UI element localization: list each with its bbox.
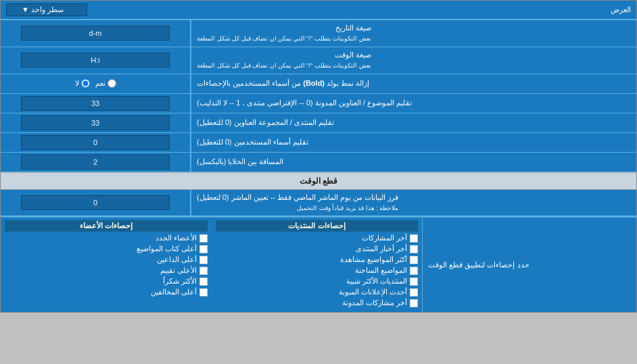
date-format-input[interactable] — [21, 26, 170, 41]
forum-count-input[interactable] — [21, 115, 170, 130]
stats-item: أخر مشاركات المدونة — [216, 298, 419, 307]
checkbox-rated[interactable] — [199, 267, 208, 275]
forum-count-label: تقليم المنتدى / المجموعة العناوين (0 للت… — [190, 113, 636, 132]
user-count-label: تقليم أسماء المستخدمين (0 للتعطيل) — [190, 133, 636, 152]
date-format-input-cell — [1, 20, 190, 47]
header-row: العرض سطر واحد ▼ — [1, 1, 636, 20]
checkbox-inviters[interactable] — [199, 256, 208, 264]
cutoff-value-input-cell — [1, 190, 190, 216]
cell-spacing-label: المسافة بين الخلايا (بالبكسل) — [190, 153, 636, 172]
cutoff-section-header: قطع الوقت — [1, 172, 636, 190]
cutoff-value-input[interactable] — [21, 195, 170, 210]
stats-item: أخر المشاركات — [216, 234, 419, 242]
checkbox-thankful[interactable] — [199, 278, 208, 286]
checkbox-posts[interactable] — [410, 234, 418, 242]
topic-count-label: تقليم الموضوع / العناوين المدونة (0 -- ا… — [190, 94, 636, 113]
checkbox-news[interactable] — [410, 245, 418, 253]
cutoff-value-label: فرز البيانات من يوم الماشر الماضي فقط --… — [190, 190, 636, 216]
user-count-input[interactable] — [21, 135, 170, 150]
stats-item: الأكثر شكراً — [5, 277, 208, 286]
radio-no[interactable] — [81, 79, 90, 88]
checkbox-violations[interactable] — [199, 288, 208, 296]
stats-item: الأعضاء الجدد — [5, 234, 208, 242]
stats-item: أعلى الداعين — [5, 255, 208, 264]
stats-item: أعلى كتاب المواضيع — [5, 244, 208, 253]
display-dropdown[interactable]: سطر واحد ▼ — [6, 3, 87, 16]
cell-spacing-row: المسافة بين الخلايا (بالبكسل) — [1, 153, 636, 172]
topic-count-row: تقليم الموضوع / العناوين المدونة (0 -- ا… — [1, 94, 636, 113]
date-format-row: صيغة التاريخبعض التكوينات يتطلب "/" التي… — [1, 20, 636, 47]
time-format-input[interactable] — [21, 53, 170, 68]
stats-col2-title: إحصاءات الأعضاء — [5, 220, 208, 232]
forum-count-input-cell — [1, 113, 190, 132]
topic-count-input[interactable] — [21, 96, 170, 111]
stats-item: المواضيع الساخنة — [216, 266, 419, 275]
cell-spacing-input[interactable] — [21, 155, 170, 170]
topic-count-input-cell — [1, 94, 190, 113]
time-format-label: صيغة الوقتبعض التكوينات يتطلب "/" التي ي… — [190, 47, 636, 74]
cutoff-value-row: فرز البيانات من يوم الماشر الماضي فقط --… — [1, 190, 636, 217]
user-count-row: تقليم أسماء المستخدمين (0 للتعطيل) — [1, 133, 636, 153]
bold-remove-radio-cell: نعم لا — [1, 74, 190, 93]
checkbox-topwriters[interactable] — [199, 245, 208, 253]
stats-item: أعلى المخالفين — [5, 288, 208, 296]
checkbox-newmembers[interactable] — [199, 234, 208, 242]
stats-item: الأعلى تقييم — [5, 266, 208, 275]
cell-spacing-input-cell — [1, 153, 190, 172]
stats-col1-title: إحصاءات المنتديات — [216, 220, 419, 232]
checkbox-announcements[interactable] — [410, 288, 418, 296]
bold-remove-row: إزالة نمط بولد (Bold) من أسماء المستخدمي… — [1, 74, 636, 94]
radio-no-label[interactable]: لا — [75, 79, 90, 88]
checkbox-popular[interactable] — [410, 278, 418, 286]
main-container: العرض سطر واحد ▼ صيغة التاريخبعض التكوين… — [0, 0, 637, 313]
stats-apply-label: حدد إحصاءات لتطبيق قطع الوقت — [422, 217, 636, 312]
forum-count-row: تقليم المنتدى / المجموعة العناوين (0 للت… — [1, 113, 636, 133]
stats-col2: إحصاءات الأعضاء الأعضاء الجدد أعلى كتاب … — [1, 217, 212, 312]
time-format-input-cell — [1, 47, 190, 74]
time-format-row: صيغة الوقتبعض التكوينات يتطلب "/" التي ي… — [1, 47, 636, 74]
stats-item: أحدث الإعلانات المبوبة — [216, 288, 419, 296]
cutoff-title: قطع الوقت — [300, 176, 337, 186]
stats-item: أخر أخبار المنتدى — [216, 244, 419, 253]
checkbox-blog[interactable] — [410, 299, 418, 307]
stats-col1: إحصاءات المنتديات أخر المشاركات أخر أخبا… — [212, 217, 423, 312]
bold-remove-label: إزالة نمط بولد (Bold) من أسماء المستخدمي… — [190, 74, 636, 93]
user-count-input-cell — [1, 133, 190, 152]
stats-item: أكثر المواضيع مشاهدة — [216, 255, 419, 264]
date-format-label: صيغة التاريخبعض التكوينات يتطلب "/" التي… — [190, 20, 636, 47]
checkbox-hot[interactable] — [410, 267, 418, 275]
stats-area: حدد إحصاءات لتطبيق قطع الوقت إحصاءات الم… — [1, 216, 636, 312]
checkbox-mostviewed[interactable] — [410, 256, 418, 264]
radio-yes-label[interactable]: نعم — [95, 79, 116, 88]
display-label: العرض — [87, 5, 631, 14]
stats-item: المنتديات الأكثر شبية — [216, 277, 419, 286]
radio-yes[interactable] — [108, 79, 116, 88]
